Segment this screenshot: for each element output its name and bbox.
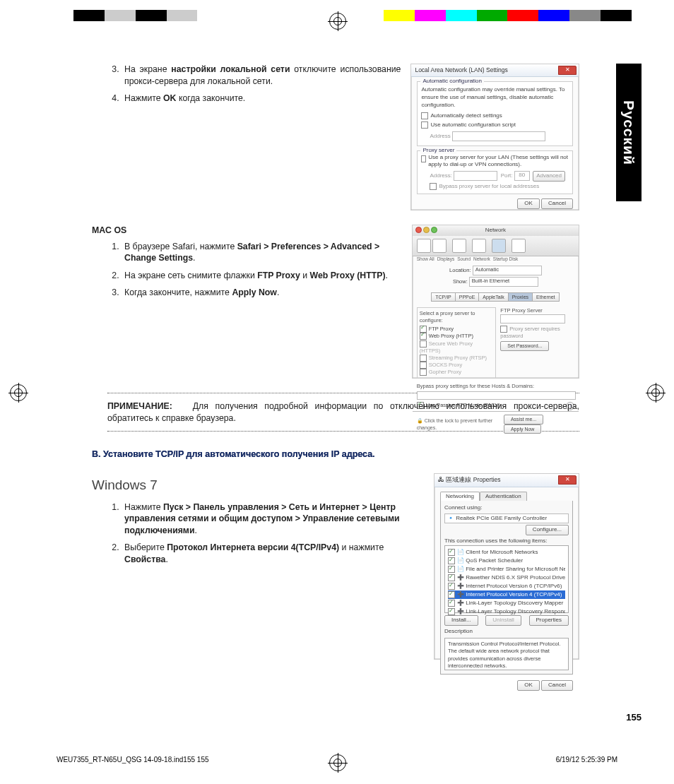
registration-mark-icon [329, 13, 346, 30]
list-item: На экране настройки локальной сети отклю… [122, 64, 401, 87]
list-item: В браузере Safari, нажмите Safari > Pref… [122, 241, 402, 264]
ok-button: OK [517, 680, 540, 691]
cancel-button: Cancel [541, 198, 573, 209]
win7-properties-screenshot: 🖧 區域連線 Properties ✕ NetworkingAuthentica… [434, 473, 579, 660]
mac-network-screenshot: Network Show AllDisplaysSoundNetworkStar… [412, 225, 579, 379]
registration-mark-icon [647, 384, 664, 401]
instructions-list: В браузере Safari, нажмите Safari > Pref… [92, 241, 402, 299]
lan-settings-screenshot: Local Area Network (LAN) Settings ✕ Auto… [410, 64, 579, 210]
close-icon: ✕ [558, 66, 577, 75]
windows7-heading: Windows 7 [92, 476, 424, 494]
page-content: На экране настройки локальной сети отклю… [92, 64, 579, 727]
registration-mark-icon [10, 384, 27, 401]
section-b-heading: В. Установите TCP/IP для автоматического… [92, 449, 579, 461]
footer-timestamp: 6/19/12 5:25:39 PM [556, 756, 617, 764]
language-tab: Русский [616, 64, 642, 201]
print-footer: WEU7355_RT-N65U_QSG 14-09-18.ind155 155 … [57, 756, 617, 764]
list-item: Нажмите Пуск > Панель управления > Сеть … [122, 501, 424, 537]
list-item: Нажмите OK когда закончите. [122, 93, 401, 105]
instructions-list: На экране настройки локальной сети отклю… [92, 64, 401, 105]
page-number: 155 [626, 712, 642, 723]
ok-button: OK [517, 198, 540, 209]
list-item: На экране сеть снимите флажки FTP Proxy … [122, 270, 402, 282]
list-item: Когда закончите, нажмите Apply Now. [122, 287, 402, 299]
footer-filename: WEU7355_RT-N65U_QSG 14-09-18.ind155 155 [57, 756, 209, 764]
dialog-title: Local Area Network (LAN) Settings [415, 66, 507, 73]
cancel-button: Cancel [541, 680, 573, 691]
instructions-list: Нажмите Пуск > Панель управления > Сеть … [92, 501, 424, 566]
macos-heading: MAC OS [92, 225, 402, 237]
network-icon: 🖧 [438, 476, 444, 483]
close-icon: ✕ [558, 475, 577, 485]
list-item: Выберите Протокол Интернета версии 4(TCP… [122, 542, 424, 565]
